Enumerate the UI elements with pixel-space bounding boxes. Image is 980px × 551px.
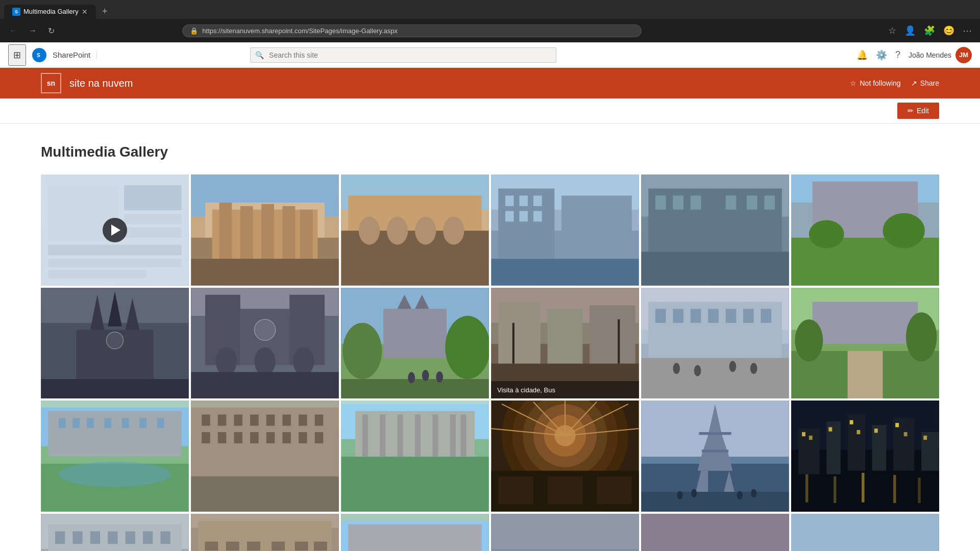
svg-rect-50 (747, 195, 757, 210)
gallery-item[interactable] (641, 514, 789, 552)
svg-rect-102 (673, 309, 683, 323)
gallery-item[interactable] (791, 174, 939, 286)
svg-rect-151 (315, 432, 324, 443)
not-following-button[interactable]: ☆ Not following (850, 79, 900, 87)
gallery-item[interactable] (791, 288, 939, 399)
settings-icon[interactable]: ⚙️ (876, 49, 887, 61)
gallery-item[interactable] (41, 174, 189, 286)
menu-button[interactable]: ⋯ (961, 23, 974, 38)
site-logo[interactable]: sn (41, 73, 61, 93)
gallery-image-17 (641, 400, 789, 512)
svg-point-193 (691, 489, 697, 497)
svg-rect-213 (850, 420, 853, 424)
svg-rect-101 (655, 309, 666, 323)
svg-rect-18 (282, 206, 295, 259)
search-input[interactable] (250, 47, 556, 63)
svg-point-111 (729, 361, 737, 372)
user-menu[interactable]: João Mendes JM (909, 47, 972, 63)
search-container[interactable]: 🔍 (250, 47, 556, 63)
svg-rect-218 (923, 436, 927, 440)
url-display: https://sitenanuvem.sharepoint.com/SiteP… (202, 27, 398, 35)
forward-button[interactable]: → (26, 24, 40, 37)
gallery-item[interactable] (341, 288, 489, 399)
svg-rect-149 (282, 432, 291, 443)
svg-point-29 (443, 217, 464, 245)
gallery-item[interactable] (41, 400, 189, 512)
svg-rect-212 (828, 427, 832, 431)
svg-point-75 (293, 347, 314, 375)
gallery-item[interactable] (641, 174, 789, 286)
svg-point-85 (408, 372, 415, 383)
gallery-item[interactable] (41, 288, 189, 399)
gallery-image-18 (791, 400, 939, 512)
gallery-item[interactable]: Visita à cidade, Bus (491, 288, 639, 399)
gallery-item[interactable] (341, 400, 489, 512)
gallery-item[interactable] (191, 400, 339, 512)
svg-rect-17 (261, 204, 274, 259)
extension-button[interactable]: 🧩 (922, 23, 937, 38)
gallery-item[interactable] (491, 514, 639, 552)
site-header-left: sn site na nuvem (41, 73, 133, 93)
emoji-button[interactable]: 😊 (941, 23, 957, 38)
gallery-image-24 (791, 514, 939, 552)
gallery-image-20 (191, 514, 339, 552)
svg-rect-226 (108, 531, 117, 544)
notification-icon[interactable]: 🔔 (856, 49, 868, 61)
play-button-overlay (41, 174, 189, 286)
svg-rect-239 (295, 542, 308, 550)
gallery-item[interactable] (191, 514, 339, 552)
tab-close-button[interactable]: ✕ (82, 8, 88, 16)
svg-rect-210 (802, 432, 805, 436)
gallery-item[interactable] (641, 400, 789, 512)
gallery-item[interactable] (341, 174, 489, 286)
gallery-item[interactable] (491, 174, 639, 286)
lock-icon: 🔒 (190, 27, 198, 35)
svg-rect-48 (691, 195, 701, 210)
profile-button[interactable]: 👤 (902, 23, 918, 38)
address-bar[interactable]: 🔒 https://sitenanuvem.sharepoint.com/Sit… (182, 24, 642, 37)
svg-rect-141 (282, 415, 291, 426)
header-actions: 🔔 ⚙️ ? João Mendes JM (856, 47, 972, 63)
sharepoint-logo[interactable]: S (32, 48, 46, 62)
gallery-item[interactable] (41, 514, 189, 552)
svg-rect-103 (691, 309, 701, 323)
share-button[interactable]: ↗ Share (911, 79, 939, 87)
gallery-item[interactable] (191, 288, 339, 399)
gallery-item[interactable] (191, 174, 339, 286)
svg-point-112 (750, 363, 757, 374)
page-actions-bar: ✏ Edit (0, 98, 980, 123)
svg-rect-92 (548, 309, 583, 365)
gallery-item[interactable] (791, 514, 939, 552)
gallery-item[interactable] (791, 400, 939, 512)
svg-rect-129 (122, 418, 129, 428)
svg-rect-155 (341, 457, 488, 511)
gallery-item[interactable] (491, 400, 639, 512)
back-button[interactable]: ← (6, 24, 20, 37)
star-icon: ☆ (850, 79, 856, 87)
svg-rect-225 (90, 531, 100, 544)
svg-rect-229 (160, 531, 170, 544)
svg-rect-248 (491, 514, 639, 552)
svg-rect-158 (362, 415, 368, 457)
active-tab[interactable]: S Multimedia Gallery ✕ (4, 5, 96, 19)
svg-rect-49 (726, 195, 737, 210)
svg-rect-79 (383, 309, 447, 358)
svg-rect-117 (848, 350, 883, 398)
svg-rect-237 (248, 542, 260, 550)
help-icon[interactable]: ? (895, 49, 900, 60)
svg-rect-217 (904, 432, 908, 436)
svg-rect-131 (157, 418, 164, 428)
svg-rect-44 (648, 189, 782, 252)
edit-button[interactable]: ✏ Edit (897, 103, 939, 119)
svg-rect-124 (48, 411, 182, 457)
gallery-item[interactable] (341, 514, 489, 552)
waffle-menu-button[interactable]: ⊞ (8, 44, 26, 66)
bookmark-button[interactable]: ☆ (886, 23, 898, 38)
svg-rect-198 (791, 471, 939, 512)
refresh-button[interactable]: ↻ (45, 24, 58, 38)
new-tab-button[interactable]: + (98, 4, 112, 19)
svg-rect-105 (726, 309, 737, 323)
svg-rect-93 (590, 305, 635, 365)
gallery-item[interactable] (641, 288, 789, 399)
svg-point-58 (883, 213, 925, 248)
